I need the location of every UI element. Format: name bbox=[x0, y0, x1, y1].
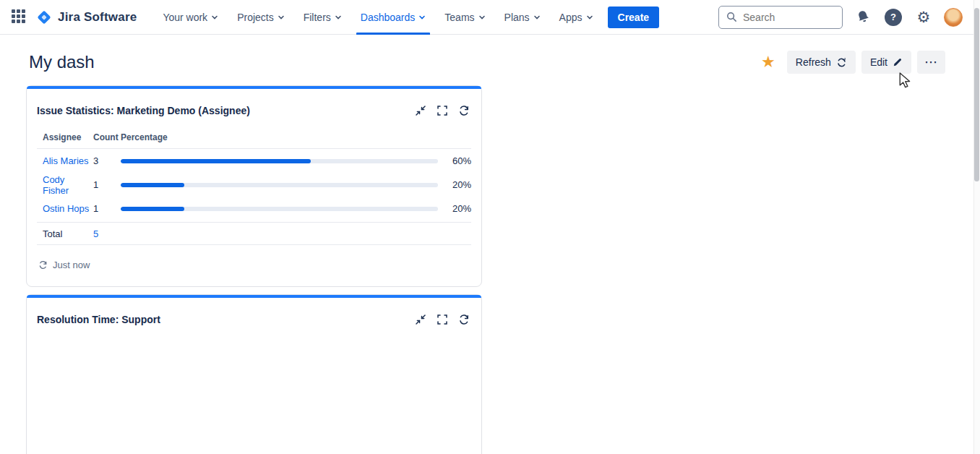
percentage-bar-fill bbox=[121, 207, 184, 211]
percentage-label: 20% bbox=[447, 179, 471, 190]
scrollbar-thumb[interactable] bbox=[974, 8, 979, 181]
column-header-assignee: Assignee bbox=[43, 132, 93, 142]
more-options-button[interactable]: ⋯ bbox=[917, 51, 945, 74]
percentage-bar-track bbox=[121, 159, 438, 163]
gadget-footer: Just now bbox=[27, 245, 481, 286]
assignee-link[interactable]: Cody Fisher bbox=[43, 174, 93, 196]
pencil-icon bbox=[893, 57, 903, 67]
total-count-link[interactable]: 5 bbox=[93, 228, 98, 239]
count-value: 1 bbox=[93, 203, 121, 214]
settings-gear-icon[interactable]: ⚙ bbox=[914, 7, 934, 27]
maximize-icon[interactable] bbox=[435, 103, 450, 118]
refresh-gadget-icon[interactable] bbox=[457, 103, 471, 118]
issue-stats-table: Assignee Count Percentage Alis Maries 3 … bbox=[27, 132, 481, 245]
minimize-icon[interactable] bbox=[413, 312, 428, 327]
gadget-header: Resolution Time: Support bbox=[27, 298, 481, 327]
minimize-icon[interactable] bbox=[413, 103, 428, 118]
chevron-down-icon bbox=[418, 14, 426, 21]
search-box[interactable] bbox=[718, 6, 843, 29]
nav-item-filters[interactable]: Filters bbox=[296, 0, 349, 35]
nav-item-plans[interactable]: Plans bbox=[497, 0, 548, 35]
chevron-down-icon bbox=[278, 14, 285, 21]
gadget-header: Issue Statistics: Marketing Demo (Assign… bbox=[27, 89, 481, 118]
app-switcher-icon[interactable] bbox=[12, 9, 27, 25]
percentage-bar-fill bbox=[121, 159, 311, 163]
gadget-title: Issue Statistics: Marketing Demo (Assign… bbox=[37, 105, 250, 116]
percentage-bar-track bbox=[121, 207, 438, 211]
chevron-down-icon bbox=[211, 14, 218, 21]
gadget-controls bbox=[413, 103, 471, 118]
notifications-bell-icon[interactable] bbox=[853, 7, 873, 27]
assignee-link[interactable]: Ostin Hops bbox=[43, 203, 93, 214]
table-row: Ostin Hops 1 20% bbox=[37, 197, 471, 220]
percentage-label: 60% bbox=[447, 155, 471, 166]
nav-right-group: ? ⚙ bbox=[718, 6, 970, 29]
table-header-row: Assignee Count Percentage bbox=[37, 132, 471, 149]
page-title: My dash bbox=[29, 52, 95, 72]
jira-logo[interactable]: Jira Software bbox=[36, 9, 137, 25]
gadget-title: Resolution Time: Support bbox=[37, 314, 160, 325]
table-total-row: Total 5 bbox=[37, 222, 471, 245]
assignee-link[interactable]: Alis Maries bbox=[43, 155, 93, 166]
gadget-resolution-time: Resolution Time: Support bbox=[26, 294, 482, 454]
favorite-star-icon[interactable]: ★ bbox=[761, 54, 775, 70]
maximize-icon[interactable] bbox=[435, 312, 450, 327]
mouse-cursor bbox=[898, 72, 913, 88]
chevron-down-icon bbox=[533, 14, 541, 21]
refresh-button[interactable]: Refresh bbox=[787, 51, 856, 74]
jira-diamond-icon bbox=[36, 9, 52, 25]
table-row: Alis Maries 3 60% bbox=[37, 149, 471, 173]
percentage-bar-fill bbox=[121, 183, 184, 187]
count-value: 3 bbox=[93, 155, 121, 166]
search-icon bbox=[726, 12, 737, 22]
column-header-percentage: Percentage bbox=[121, 132, 168, 142]
search-input[interactable] bbox=[743, 12, 830, 23]
help-icon[interactable]: ? bbox=[883, 7, 903, 27]
gadget-controls bbox=[413, 312, 471, 327]
edit-button[interactable]: Edit bbox=[861, 51, 911, 74]
gadget-issue-statistics: Issue Statistics: Marketing Demo (Assign… bbox=[26, 85, 482, 287]
refresh-icon bbox=[836, 57, 847, 68]
refresh-gadget-icon[interactable] bbox=[457, 312, 471, 327]
percentage-bar-track bbox=[121, 183, 438, 187]
chevron-down-icon bbox=[335, 14, 342, 21]
chevron-down-icon bbox=[478, 14, 486, 21]
total-label: Total bbox=[43, 228, 93, 239]
nav-item-your-work[interactable]: Your work bbox=[155, 0, 225, 35]
percentage-label: 20% bbox=[447, 203, 471, 214]
vertical-scrollbar[interactable] bbox=[973, 0, 980, 454]
nav-item-teams[interactable]: Teams bbox=[437, 0, 492, 35]
chevron-down-icon bbox=[586, 14, 593, 21]
count-value: 1 bbox=[93, 179, 121, 190]
user-avatar[interactable] bbox=[944, 8, 963, 27]
refresh-small-icon bbox=[38, 260, 48, 270]
last-refresh-text: Just now bbox=[53, 260, 90, 270]
top-nav: Jira Software Your work Projects Filters… bbox=[0, 0, 980, 35]
column-header-count: Count bbox=[93, 132, 121, 142]
resolution-time-chart: Days 0 bbox=[27, 327, 481, 454]
ellipsis-icon: ⋯ bbox=[924, 54, 938, 70]
nav-item-dashboards[interactable]: Dashboards bbox=[353, 0, 434, 35]
dashboard-actions: ★ Refresh Edit ⋯ bbox=[761, 51, 945, 74]
nav-item-apps[interactable]: Apps bbox=[552, 0, 601, 35]
app-title: Jira Software bbox=[58, 10, 137, 25]
main-nav: Your work Projects Filters Dashboards Te… bbox=[155, 0, 600, 35]
create-button[interactable]: Create bbox=[608, 7, 660, 28]
page-header: My dash ★ Refresh Edit ⋯ bbox=[0, 35, 980, 74]
table-row: Cody Fisher 1 20% bbox=[37, 173, 471, 197]
nav-item-projects[interactable]: Projects bbox=[230, 0, 292, 35]
